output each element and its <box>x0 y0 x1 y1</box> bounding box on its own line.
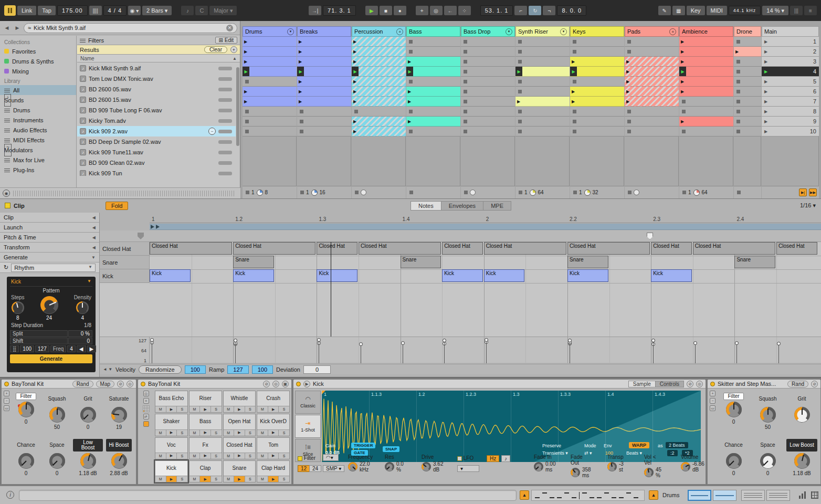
clip-play-icon[interactable]: ▶ <box>299 79 302 84</box>
clip-slot[interactable] <box>406 77 460 87</box>
clip-playing-icon[interactable]: ▶ <box>352 67 359 76</box>
sidebar-item-all[interactable]: All <box>0 85 76 95</box>
clip-stop-button[interactable] <box>464 40 467 44</box>
warp-length-value[interactable]: 2 Beats <box>666 442 688 448</box>
pad-mute-button[interactable]: M <box>224 453 235 459</box>
param-knob-vol-vel[interactable] <box>644 468 654 477</box>
file-row-bd-909-tube-long-f-06-wav[interactable]: ♪BD 909 Tube Long F 06.wav <box>77 105 236 116</box>
midi-note[interactable]: Kick <box>150 269 191 282</box>
midi-note[interactable]: Closed Hat <box>567 242 650 255</box>
macro-label[interactable]: Chance <box>17 439 35 452</box>
clip-slot[interactable]: ▶ <box>297 57 351 67</box>
drum-pad-bass[interactable]: BassM▶S <box>189 414 222 436</box>
clip-slot[interactable] <box>570 37 624 47</box>
overdub-plus-button[interactable]: + <box>416 6 428 15</box>
scene-slot-8[interactable]: ▶8 <box>762 107 819 117</box>
midi-note[interactable]: Closed Hat <box>233 242 315 255</box>
drum-pad-open-hat[interactable]: Open HatM▶S <box>223 414 256 436</box>
clip-play-icon[interactable]: ▶ <box>408 99 411 104</box>
pad-mute-button[interactable]: M <box>155 430 166 436</box>
clip-stop-button[interactable] <box>573 120 576 123</box>
clip-stop-button[interactable] <box>736 120 740 123</box>
clip-slot[interactable]: ▶ <box>570 87 624 97</box>
pad-mute-button[interactable]: M <box>155 476 166 482</box>
macro-value[interactable]: 2.88 dB <box>110 470 128 476</box>
pad-play-icon[interactable]: ▶ <box>303 381 310 387</box>
clip-slot[interactable] <box>461 57 515 67</box>
clip-stop-button[interactable] <box>464 110 467 113</box>
clip-slot[interactable] <box>734 87 761 97</box>
clip-slot[interactable]: ▶ <box>679 47 733 57</box>
filter-shape-dropdown[interactable]: ◠▾ <box>323 454 339 461</box>
velocity-marker[interactable] <box>401 341 405 345</box>
midi-note[interactable]: Closed Hat <box>150 242 232 255</box>
clip-stop-button[interactable] <box>409 40 413 44</box>
midi-note[interactable]: Kick <box>442 269 483 282</box>
pad-solo-button[interactable]: S <box>177 430 187 436</box>
midi-note[interactable]: Kick <box>484 269 525 282</box>
clip-slot[interactable]: ▶ <box>625 77 679 87</box>
track-header-keys[interactable]: Keys <box>570 26 624 37</box>
clip-play-icon[interactable]: ▶ <box>299 59 302 64</box>
pad-play-button[interactable]: ▶ <box>166 476 177 482</box>
pad-mute-button[interactable]: M <box>190 430 201 436</box>
section-header-launch[interactable]: Launch◀ <box>0 223 99 233</box>
midi-note[interactable]: Closed Hat <box>317 242 357 255</box>
clip-slot[interactable] <box>515 47 570 57</box>
velocity-stem[interactable] <box>736 343 737 363</box>
sidebar-item-drums[interactable]: Drums <box>0 105 76 115</box>
clip-slot[interactable] <box>243 77 297 87</box>
clip-play-icon[interactable]: ▶ <box>408 119 411 124</box>
clip-play-icon[interactable]: ▶ <box>299 49 302 54</box>
grid-resolution-menu[interactable]: 1/16 ▾ <box>800 202 816 209</box>
browser-scrollbar[interactable] <box>236 67 239 146</box>
expand-left-button[interactable]: ▲ <box>520 490 529 500</box>
clip-slot[interactable]: ▶ <box>243 57 297 67</box>
clip-slot[interactable] <box>515 127 570 136</box>
arrangement-position-display[interactable]: 71. 3. 1 <box>323 5 356 16</box>
velocity-marker[interactable] <box>693 341 697 345</box>
clip-stop-button[interactable] <box>736 100 740 103</box>
clip-playing-icon[interactable]: ▶ <box>515 67 522 76</box>
save-preset-icon[interactable]: ◎ <box>127 381 133 387</box>
warp-button[interactable]: WARP <box>629 442 649 448</box>
clip-slot[interactable]: ▶ <box>352 127 406 136</box>
warp-mode-value[interactable]: Beats ▾ <box>626 450 642 456</box>
ramp-from-value[interactable]: 127 <box>227 365 248 374</box>
clip-stop-button[interactable] <box>300 110 303 113</box>
pad-play-button[interactable]: ▶ <box>200 453 211 459</box>
clip-play-icon[interactable]: ▶ <box>626 59 629 64</box>
stop-all-track-clips-button[interactable] <box>464 191 468 194</box>
slope-24-button[interactable]: 24 <box>309 465 321 472</box>
clip-slot[interactable]: ▶ <box>297 67 351 77</box>
midi-note[interactable]: Closed Hat <box>442 242 483 255</box>
clip-slot[interactable]: ▶ <box>352 67 406 77</box>
add-filter-button[interactable]: + <box>230 46 237 53</box>
clip-slot[interactable] <box>734 67 761 77</box>
clip-slot[interactable] <box>570 127 624 136</box>
collection-item-mixing[interactable]: Mixing <box>0 66 76 76</box>
macro-knob-low-boost[interactable] <box>794 453 810 469</box>
filter-toggle[interactable]: Filter <box>298 455 315 461</box>
clip-slot[interactable] <box>461 107 515 117</box>
clip-play-icon[interactable]: ▶ <box>626 69 629 74</box>
punch-in-button[interactable]: ⌐ <box>514 6 527 15</box>
clip-slot[interactable] <box>679 107 733 117</box>
note-area[interactable]: Closed HatClosed HatClosed HatClosed Hat… <box>150 242 821 337</box>
clip-stop-button[interactable] <box>518 60 522 64</box>
clip-slot[interactable] <box>461 127 515 136</box>
param-knob-res[interactable] <box>385 462 394 471</box>
scene-slot-9[interactable]: ▶9 <box>762 117 819 127</box>
clip-stop-button[interactable] <box>464 80 467 83</box>
sampler-tab-controls[interactable]: Controls <box>655 381 684 387</box>
drum-row-label-snare[interactable]: Snare <box>100 256 150 269</box>
stop-all-track-clips-button[interactable] <box>573 191 577 194</box>
drum-pad-tom[interactable]: TomM▶S <box>257 437 290 459</box>
add-macro-icon[interactable]: + <box>710 391 715 396</box>
edit-filters-button[interactable]: ⊞ Edit <box>215 37 237 44</box>
clip-stop-button[interactable] <box>573 50 576 54</box>
randomize-amount[interactable]: 100 <box>185 365 206 374</box>
velocity-marker[interactable] <box>485 338 488 342</box>
remove-macro-icon[interactable]: − <box>4 398 9 404</box>
add-macro-icon[interactable]: + <box>4 391 9 396</box>
